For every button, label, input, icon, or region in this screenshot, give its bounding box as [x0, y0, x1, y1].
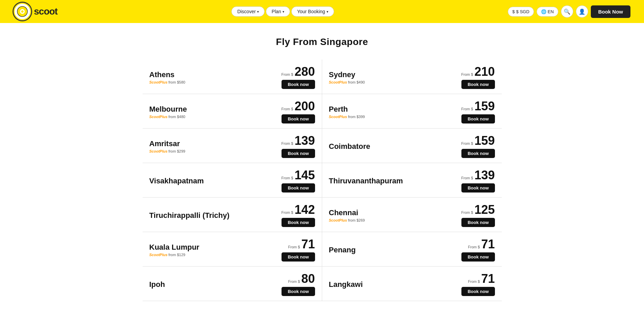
price-value: 280	[294, 66, 315, 78]
search-button[interactable]: 🔍	[561, 5, 573, 18]
discover-nav[interactable]: Discover ▾	[231, 6, 264, 17]
dest-info: Visakhapatnam	[149, 177, 268, 185]
user-account-button[interactable]: 👤	[576, 5, 588, 18]
destination-cell: Perth ScootPlus from $399 From $ 159 Boo…	[322, 94, 502, 129]
logo-text: scoot	[34, 6, 58, 17]
language-selector[interactable]: 🌐 EN	[537, 7, 558, 17]
plan-nav[interactable]: Plan ▾	[266, 6, 290, 17]
dest-info: Coimbatore	[329, 142, 448, 151]
destination-cell: Melbourne ScootPlus from $480 From $ 200…	[143, 94, 322, 129]
from-label: From $	[282, 210, 293, 214]
book-now-dest-button[interactable]: Book now	[282, 80, 315, 89]
book-now-button[interactable]: Book Now	[591, 5, 630, 18]
price-value: 71	[481, 273, 495, 285]
from-label: From $	[461, 72, 473, 76]
from-label: From $	[282, 107, 293, 111]
book-now-dest-button[interactable]: Book now	[282, 183, 315, 193]
page-title: Fly From Singapore	[143, 37, 502, 47]
price-value: 139	[294, 135, 315, 147]
price-value: 142	[294, 204, 315, 216]
dest-name: Sydney	[329, 70, 448, 79]
dest-pricing: From $ 71 Book now	[448, 238, 495, 262]
dest-pricing: From $ 280 Book now	[268, 66, 315, 89]
globe-icon: 🌐	[541, 9, 546, 14]
book-now-dest-button[interactable]: Book now	[282, 114, 315, 123]
dest-name: Perth	[329, 105, 448, 114]
dest-name: Tiruchirappalli (Trichy)	[149, 211, 268, 220]
dest-scootplus: ScootPlus from $480	[149, 115, 268, 119]
from-label: From $	[461, 210, 473, 214]
user-icon: 👤	[579, 8, 585, 15]
from-label: From $	[282, 176, 293, 180]
from-label: From $	[461, 141, 473, 145]
dollar-icon: $	[512, 9, 515, 14]
navbar-left: scoot	[14, 3, 58, 20]
from-label: From $	[282, 72, 293, 76]
price-row: From $ 71	[288, 238, 315, 250]
from-label: From $	[461, 176, 473, 180]
chevron-down-icon: ▾	[283, 10, 284, 14]
book-now-dest-button[interactable]: Book now	[282, 218, 315, 227]
book-now-dest-button[interactable]: Book now	[461, 287, 495, 296]
book-now-dest-button[interactable]: Book now	[282, 149, 315, 158]
dest-name: Athens	[149, 70, 268, 79]
from-label: From $	[288, 279, 300, 284]
book-now-dest-button[interactable]: Book now	[461, 80, 495, 89]
dest-name: Visakhapatnam	[149, 177, 268, 185]
dest-info: Ipoh	[149, 280, 268, 289]
dest-info: Langkawi	[329, 280, 448, 289]
price-row: From $ 142	[282, 204, 315, 216]
book-now-dest-button[interactable]: Book now	[282, 287, 315, 296]
price-row: From $ 139	[461, 169, 495, 181]
dest-pricing: From $ 71 Book now	[448, 273, 495, 296]
book-now-dest-button[interactable]: Book now	[282, 252, 315, 262]
destination-cell: Thiruvananthapuram From $ 139 Book now	[322, 163, 502, 198]
book-now-dest-button[interactable]: Book now	[461, 114, 495, 123]
chevron-down-icon: ▾	[327, 10, 328, 14]
dest-pricing: From $ 210 Book now	[448, 66, 495, 89]
destination-cell: Penang From $ 71 Book now	[322, 232, 502, 267]
dest-info: Athens ScootPlus from $580	[149, 70, 268, 84]
price-value: 159	[474, 135, 495, 147]
price-value: 210	[474, 66, 495, 78]
from-label: From $	[282, 141, 293, 145]
main-content: Fly From Singapore Athens ScootPlus from…	[136, 23, 508, 317]
dest-name: Chennai	[329, 208, 448, 217]
dest-info: Chennai ScootPlus from $269	[329, 208, 448, 222]
dest-info: Kuala Lumpur ScootPlus from $129	[149, 243, 268, 257]
dest-info: Tiruchirappalli (Trichy)	[149, 211, 268, 220]
dest-pricing: From $ 80 Book now	[268, 273, 315, 296]
dest-scootplus: ScootPlus from $490	[329, 80, 448, 84]
dest-name: Kuala Lumpur	[149, 243, 268, 252]
book-now-dest-button[interactable]: Book now	[461, 252, 495, 262]
dest-pricing: From $ 145 Book now	[268, 169, 315, 193]
currency-selector[interactable]: $ $ SGD	[508, 7, 534, 17]
dest-pricing: From $ 71 Book now	[268, 238, 315, 262]
dest-pricing: From $ 139 Book now	[268, 135, 315, 158]
dest-name: Coimbatore	[329, 142, 448, 151]
book-now-dest-button[interactable]: Book now	[461, 149, 495, 158]
book-now-dest-button[interactable]: Book now	[461, 218, 495, 227]
dest-info: Perth ScootPlus from $399	[329, 105, 448, 119]
dest-name: Melbourne	[149, 105, 268, 114]
price-value: 125	[474, 204, 495, 216]
dest-info: Sydney ScootPlus from $490	[329, 70, 448, 84]
destination-cell: Athens ScootPlus from $580 From $ 280 Bo…	[143, 60, 322, 94]
price-value: 139	[474, 169, 495, 181]
search-icon: 🔍	[564, 8, 570, 15]
dest-pricing: From $ 125 Book now	[448, 204, 495, 227]
price-value: 71	[301, 238, 315, 250]
dest-scootplus: ScootPlus from $129	[149, 253, 268, 257]
price-row: From $ 125	[461, 204, 495, 216]
nav-links: Discover ▾ Plan ▾ Your Booking ▾	[231, 6, 334, 17]
dest-pricing: From $ 139 Book now	[448, 169, 495, 193]
price-value: 159	[474, 100, 495, 112]
dest-name: Ipoh	[149, 280, 268, 289]
book-now-dest-button[interactable]: Book now	[461, 183, 495, 193]
dest-info: Amritsar ScootPlus from $299	[149, 139, 268, 153]
navbar-right: $ $ SGD 🌐 EN 🔍 👤 Book Now	[508, 5, 630, 18]
price-row: From $ 159	[461, 100, 495, 112]
dest-pricing: From $ 200 Book now	[268, 100, 315, 123]
destination-cell: Kuala Lumpur ScootPlus from $129 From $ …	[143, 232, 322, 267]
your-booking-nav[interactable]: Your Booking ▾	[291, 6, 334, 17]
